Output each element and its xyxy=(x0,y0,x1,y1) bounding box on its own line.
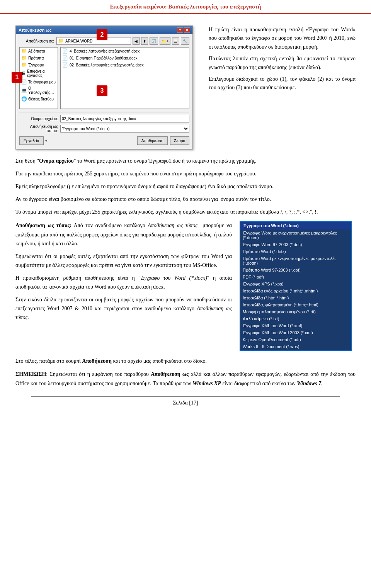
bottom-p2: Σημειώνεται ότι οι μορφές αυτές, εξαρτών… xyxy=(15,252,232,270)
file-item-1[interactable]: 📄 01_Εισήγηση Περιβάλλον βοήθεια.docx xyxy=(61,54,189,61)
dialog-title: Αποθήκευση ως xyxy=(19,28,52,32)
bottom-p4: Στην εικόνα δίπλα εμφανίζονται οι συμβατ… xyxy=(15,295,232,322)
help-button[interactable]: ? xyxy=(177,27,183,33)
tree-item-4[interactable]: 📄 Το έγγραφό μου xyxy=(20,78,58,85)
network-icon: 🌐 xyxy=(21,96,27,102)
save-button[interactable]: Αποθήκευση xyxy=(137,136,168,145)
dropdown-item-7[interactable]: Έγγραφο XPS (*.xps) xyxy=(240,280,351,287)
top-section: Αποθήκευση ως ? ✕ Αποθήκευση σε: 📁 xyxy=(15,25,356,150)
final-p1: Στο τέλος, πατάμε στο κουμπί Αποθήκευση … xyxy=(15,357,356,366)
tree-item-2[interactable]: 📁 Έγγραφα xyxy=(20,61,58,68)
dropdown-item-14[interactable]: Έγγραφο XML του Word 2003 (*.xml) xyxy=(240,329,351,336)
dropdown-item-8[interactable]: Ιστοσελίδα ενός αρχείου (*.mht;*.mhtml) xyxy=(240,287,351,294)
tree-item-0[interactable]: 📁 Αξιόπιστα xyxy=(20,48,58,54)
tree-item-6[interactable]: 🌐 Θέσεις δικτύου xyxy=(20,95,58,102)
filename-row: Όνομα αρχείου: xyxy=(19,115,189,122)
win7-bold: Windows 7 xyxy=(297,381,321,386)
tree-label-1: Πρότυπα xyxy=(28,56,44,60)
bottom-section: Αποθήκευση ως τύπος: Από τον αναδυόμενο … xyxy=(15,221,356,351)
filename-label: Όνομα αρχείου: xyxy=(19,117,58,121)
location-input[interactable]: 📁 ARXEIA WORD xyxy=(56,37,131,45)
right-para-2: Πατώντας λοιπόν στη σχετική εντολή θα εμ… xyxy=(209,54,356,72)
savetype-bold: Αποθήκευση ως τύπος: xyxy=(15,223,71,228)
save-bold: Αποθήκευση xyxy=(82,358,112,364)
file-icon-0: 📄 xyxy=(62,48,68,54)
badge-3: 3 xyxy=(97,85,107,96)
page-number: Σελίδα [17] xyxy=(173,400,198,406)
saveas-note-bold: Αποθήκευση ως xyxy=(151,371,189,377)
bottom-left-text: Αποθήκευση ως τύπος: Από τον αναδυόμενο … xyxy=(15,221,232,351)
dialog-bottom: Όνομα αρχείου: Αποθήκευση ως τύπου: Έγγρ… xyxy=(19,112,189,133)
dialog-title-buttons: ? ✕ xyxy=(177,27,190,33)
file-icon-1: 📄 xyxy=(62,55,68,61)
dropdown-item-6[interactable]: PDF (*.pdf) xyxy=(240,274,351,280)
winxp-italic: Windows XP xyxy=(192,381,221,386)
back-btn[interactable]: ◀ xyxy=(133,37,140,45)
tree-item-3[interactable]: 🖥 Επιφάνεια εργασίας xyxy=(20,68,58,78)
page-header: Επεξεργασία κειμένου: Βασικές λειτουργίε… xyxy=(0,0,371,14)
dropdown-item-4[interactable]: Πρότυπο Word με ενεργοποιημένες μακροεντ… xyxy=(240,255,351,267)
savetype-italic: Αποθήκευση ως τύπος xyxy=(148,223,197,228)
tree-label-5: Ο Υπολογιστής… xyxy=(28,86,56,95)
page-content: Αποθήκευση ως ? ✕ Αποθήκευση σε: 📁 xyxy=(0,14,371,417)
dropdown-item-16[interactable]: Works 6 - 9 Document (*.wps) xyxy=(240,343,351,350)
file-item-0[interactable]: 📄 4_Βασικές λειτουργίες επεξεργαστή.docx xyxy=(61,48,189,54)
up-btn[interactable]: ⬆ xyxy=(141,37,148,45)
dropdown-item-1[interactable]: Έγγραφο Word με ενεργοποιημένες μακροεντ… xyxy=(240,229,351,241)
cancel-button[interactable]: Άκυρο xyxy=(170,136,189,145)
tools-btn[interactable]: 🔧 xyxy=(181,37,189,45)
dropdown-item-2[interactable]: Έγγραφο Word 97-2003 (*.doc) xyxy=(240,241,351,248)
dropdown-item-5[interactable]: Πρότυπο Word 97-2003 (*.dot) xyxy=(240,267,351,274)
body-p4: Αν το έγγραφο είναι βασισμένο σε κάποιο … xyxy=(15,195,356,204)
badge-1: 1 xyxy=(12,72,22,83)
body-p1: Στη θέση "Όνομα αρχείου" το Word μας προ… xyxy=(15,156,356,165)
body-p5: Το όνομα μπορεί να περιέχει μέχρι 255 χα… xyxy=(15,207,356,216)
dropdown-item-12[interactable]: Απλό κείμενο (*.txt) xyxy=(240,315,351,322)
dropdown-item-9[interactable]: Ιστοσελίδα (*.htm;*.html) xyxy=(240,294,351,301)
folder-icon-0: 📁 xyxy=(21,48,27,54)
filename-input[interactable] xyxy=(60,115,189,122)
default-setting-italic: Έγγραφο του Word (*.docx) xyxy=(141,275,207,281)
tree-label-2: Έγγραφα xyxy=(28,63,44,67)
winxp-bold: Windows XP xyxy=(192,381,221,386)
filetype-select[interactable]: Έγγραφο του Word (*.docx) xyxy=(60,125,189,133)
saveas-italic: Αποθήκευση ως τύπος xyxy=(15,306,232,320)
footer-left: Εργαλεία ▾ xyxy=(19,136,47,145)
computer-icon: 💻 xyxy=(21,88,27,93)
view-btn[interactable]: ☰ xyxy=(172,37,179,45)
dialog-file-list[interactable]: 📄 4_Βασικές λειτουργίες επεξεργαστή.docx… xyxy=(60,47,189,109)
final-note-p: ΣΗΜΕΙΩΣΗ: Σημειώνεται ότι η εμφάνιση του… xyxy=(15,370,356,388)
dropdown-item-13[interactable]: Έγγραφο XML του Word (*.xml) xyxy=(240,322,351,329)
win7-italic: Windows 7 xyxy=(297,381,321,386)
tree-item-5[interactable]: 💻 Ο Υπολογιστής… xyxy=(20,85,58,95)
tree-label-0: Αξιόπιστα xyxy=(28,49,45,53)
refresh-btn[interactable]: 🔄 xyxy=(150,37,158,45)
close-button[interactable]: ✕ xyxy=(184,27,190,33)
tree-label-4: Το έγγραφό μου xyxy=(28,80,56,84)
filename-bold: Όνομα αρχείου xyxy=(39,158,74,164)
right-para-1: Η πρώτη είναι η προκαθορισμένη εντολή «Έ… xyxy=(209,25,356,51)
location-label: Αποθήκευση σε: xyxy=(19,39,54,43)
dropdown-item-3[interactable]: Πρότυπο Word (*.dotx) xyxy=(240,248,351,255)
note-label: ΣΗΜΕΙΩΣΗ xyxy=(15,371,46,377)
file-item-2[interactable]: 📄 02_Βασικές λειτουργίες επεξεργαστής.do… xyxy=(61,61,189,68)
bottom-p1: Αποθήκευση ως τύπος: Από τον αναδυόμενο … xyxy=(15,221,232,248)
body-p3: Εμείς πληκτρολογούμε (με επιλεγμένο το π… xyxy=(15,182,356,191)
dialog-footer: Εργαλεία ▾ Αποθήκευση Άκυρο xyxy=(19,135,189,146)
dropdown-item-10[interactable]: Ιστοσελίδα, φιλτραρισμένη (*.htm;*.html) xyxy=(240,301,351,308)
newfolder-btn[interactable]: 📁+ xyxy=(160,37,170,45)
header-title: Επεξεργασία κειμένου: Βασικές λειτουργίε… xyxy=(110,3,261,10)
right-text-column: Η πρώτη είναι η προκαθορισμένη εντολή «Έ… xyxy=(209,25,356,150)
dropdown-item-0[interactable]: Έγγραφο του Word (*.docx) xyxy=(240,222,351,229)
page-footer: Σελίδα [17] xyxy=(31,396,340,409)
folder-icon-2: 📁 xyxy=(21,62,27,68)
dropdown-item-15[interactable]: Κείμενο OpenDocument (*.odt) xyxy=(240,336,351,343)
tools-arrow: ▾ xyxy=(45,139,47,143)
dropdown-item-11[interactable]: Μορφή εμπλουτισμένου κειμένου (*.rtf) xyxy=(240,308,351,315)
dialog-tree[interactable]: 📁 Αξιόπιστα 📁 Πρότυπα 📁 Έγγραφα xyxy=(19,47,58,109)
bottom-p3: Η προκαθορισμένη ρύθμιση αποθήκευσης είν… xyxy=(15,274,232,291)
dropdown-list[interactable]: Έγγραφο του Word (*.docx) Έγγραφο Word μ… xyxy=(240,221,352,351)
tree-item-1[interactable]: 📁 Πρότυπα xyxy=(20,54,58,61)
tools-button[interactable]: Εργαλεία xyxy=(19,136,44,145)
location-input-row: 📁 ARXEIA WORD ◀ ⬆ 🔄 📁+ ☰ 🔧 xyxy=(56,37,189,45)
